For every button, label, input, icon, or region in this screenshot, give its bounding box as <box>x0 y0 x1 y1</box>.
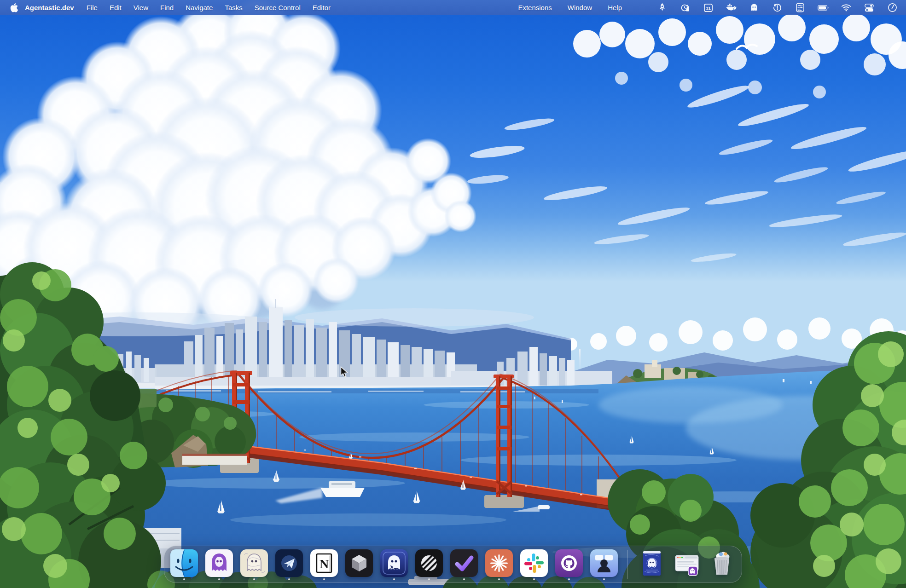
menu-navigate[interactable]: Navigate <box>180 4 219 12</box>
calendar-menu-icon[interactable]: 31 <box>703 2 714 13</box>
running-indicator <box>183 578 185 580</box>
activity-notes-menu-icon[interactable] <box>795 2 806 13</box>
menu-bar-right: Extensions Window Help 31 <box>510 2 898 13</box>
running-indicator <box>288 578 290 580</box>
slack-icon <box>520 549 548 577</box>
desktop: Agentastic.dev File Edit View Find Navig… <box>0 0 906 588</box>
dock-claude-app[interactable] <box>485 548 513 581</box>
wifi-icon[interactable] <box>841 2 852 13</box>
dock-striped-sphere-app[interactable] <box>415 548 443 581</box>
apple-icon <box>10 3 18 12</box>
history-alert-menu-icon[interactable] <box>772 2 783 13</box>
running-indicator <box>463 578 465 580</box>
dock-notion-app[interactable]: N <box>310 548 338 581</box>
dock-ghost-sketch-app[interactable] <box>240 548 268 581</box>
menu-window[interactable]: Window <box>560 4 600 12</box>
checkmark-icon <box>450 549 478 577</box>
dock-checkmark-app[interactable] <box>450 548 478 581</box>
dock-divider <box>627 550 628 579</box>
menu-edit[interactable]: Edit <box>104 4 128 12</box>
notion-icon: N <box>310 549 338 577</box>
control-center-icon[interactable] <box>864 2 875 13</box>
clock-icon[interactable] <box>887 2 898 13</box>
dock-slack-app[interactable] <box>520 548 548 581</box>
striped-sphere-icon <box>415 549 443 577</box>
notion-glyph: N <box>319 557 328 571</box>
claude-spark-icon <box>485 549 513 577</box>
dock-cube-app[interactable] <box>345 548 373 581</box>
dock-paper-plane-app[interactable] <box>275 548 303 581</box>
wallpaper <box>0 0 906 588</box>
dock-github-app[interactable] <box>555 548 583 581</box>
menu-file[interactable]: File <box>81 4 104 12</box>
running-indicator <box>533 578 535 580</box>
running-indicator <box>568 578 570 580</box>
running-indicator <box>218 578 220 580</box>
finder-icon <box>170 549 198 577</box>
docker-menu-icon[interactable] <box>726 2 737 13</box>
status-icons: 31 <box>656 2 898 13</box>
github-icon <box>555 549 583 577</box>
dock-ghostty-app[interactable] <box>380 548 408 581</box>
menu-bar: Agentastic.dev File Edit View Find Navig… <box>0 0 906 15</box>
webcam-icon <box>590 549 618 577</box>
timer-lock-menu-icon[interactable] <box>680 2 691 13</box>
minimized-window-thumbnail <box>673 549 701 577</box>
dock-minimized-window[interactable] <box>673 548 701 581</box>
dock-finder-app[interactable] <box>170 548 198 581</box>
running-indicator-off <box>358 578 360 580</box>
ghost-book-icon <box>638 549 666 577</box>
active-app-name[interactable]: Agentastic.dev <box>20 4 81 12</box>
ghost-purple-icon <box>205 549 233 577</box>
running-indicator <box>498 578 500 580</box>
menu-extensions[interactable]: Extensions <box>510 4 559 12</box>
dock: N <box>164 546 742 583</box>
menu-bar-left: Agentastic.dev File Edit View Find Navig… <box>8 2 337 13</box>
battery-icon[interactable] <box>818 2 829 13</box>
dock-ghost-purple-app[interactable] <box>205 548 233 581</box>
menu-view[interactable]: View <box>128 4 154 12</box>
menu-editor[interactable]: Editor <box>307 4 337 12</box>
apple-menu[interactable] <box>8 2 19 13</box>
cube-icon <box>345 549 373 577</box>
running-indicator <box>603 578 605 580</box>
menu-find[interactable]: Find <box>154 4 180 12</box>
ghostty-icon <box>380 549 408 577</box>
mouse-cursor <box>339 366 349 378</box>
calendar-day: 31 <box>706 6 711 11</box>
dock-ghost-book-document[interactable] <box>638 548 666 581</box>
running-indicator <box>428 578 430 580</box>
rocket-menu-icon[interactable] <box>656 2 668 13</box>
window-app-badge <box>688 566 697 576</box>
paper-plane-icon <box>275 549 303 577</box>
running-indicator <box>323 578 325 580</box>
menu-help[interactable]: Help <box>600 4 630 12</box>
dock-webcam-app[interactable] <box>590 548 618 581</box>
ghost-menu-icon[interactable] <box>749 2 760 13</box>
dock-trash[interactable] <box>708 548 736 581</box>
running-indicator <box>253 578 255 580</box>
menu-tasks[interactable]: Tasks <box>219 4 248 12</box>
ghost-sketch-icon <box>240 549 268 577</box>
trash-full-icon <box>708 549 736 577</box>
menu-source-control[interactable]: Source Control <box>249 4 307 12</box>
running-indicator <box>393 578 395 580</box>
